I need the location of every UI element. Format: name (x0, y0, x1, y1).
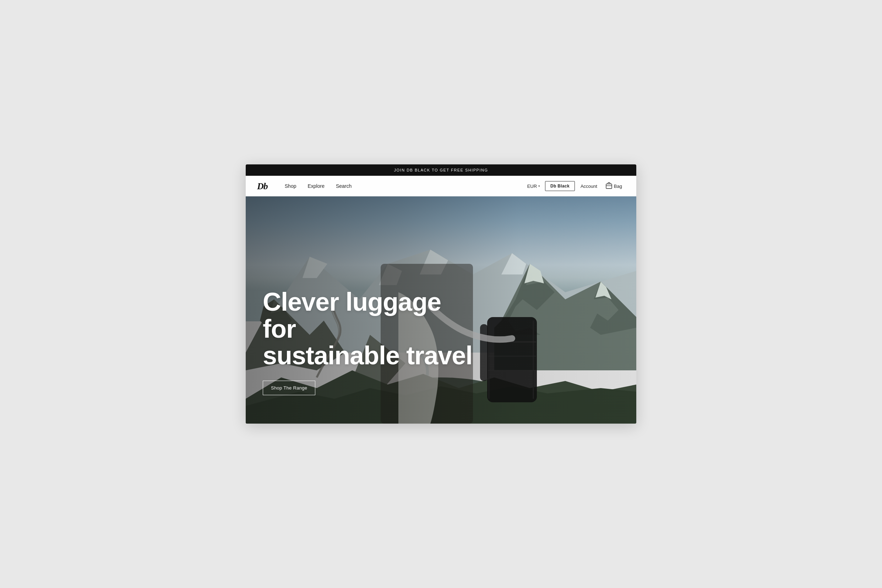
announcement-text: JOIN DB BLACK TO GET FREE SHIPPING (394, 168, 488, 172)
nav-link-shop[interactable]: Shop (279, 176, 302, 196)
hero-headline: Clever luggage for sustainable travel (263, 289, 476, 369)
svg-rect-0 (606, 184, 612, 189)
navbar-right: EUR ▾ Db Black Account Bag (524, 181, 625, 191)
bag-label: Bag (614, 184, 622, 189)
shop-range-button[interactable]: Shop The Range (263, 381, 315, 395)
browser-frame: JOIN DB BLACK TO GET FREE SHIPPING Db Sh… (246, 164, 636, 424)
navbar: Db Shop Explore Search EUR ▾ Db Black (246, 176, 636, 196)
chevron-down-icon: ▾ (538, 184, 540, 188)
bag-link[interactable]: Bag (603, 182, 625, 190)
account-link[interactable]: Account (576, 184, 602, 189)
db-black-button[interactable]: Db Black (545, 181, 575, 191)
nav-link-search[interactable]: Search (330, 176, 357, 196)
currency-label: EUR (527, 184, 537, 189)
announcement-bar: JOIN DB BLACK TO GET FREE SHIPPING (246, 164, 636, 176)
logo-text: Db (257, 181, 268, 191)
logo[interactable]: Db (257, 181, 268, 192)
hero-content: Clever luggage for sustainable travel Sh… (263, 289, 476, 395)
hero-section: Clever luggage for sustainable travel Sh… (246, 196, 636, 424)
nav-links: Shop Explore Search (279, 176, 357, 196)
nav-link-explore[interactable]: Explore (302, 176, 330, 196)
bag-icon (606, 182, 612, 190)
currency-selector[interactable]: EUR ▾ (524, 184, 544, 189)
